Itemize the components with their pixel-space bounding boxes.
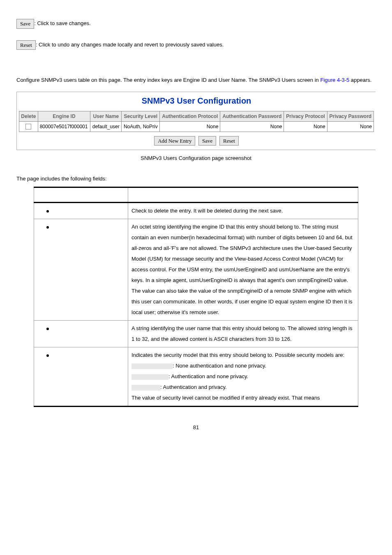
option-label-auth-priv — [131, 385, 160, 391]
field-row-engine-id: An octet string identifying the engine I… — [34, 219, 358, 321]
cell-engine-id: 800007e5017f000001 — [38, 121, 90, 132]
field-row-delete: Check to delete the entry. It will be de… — [34, 203, 358, 219]
reset-button-2[interactable]: Reset — [219, 136, 239, 146]
fields-intro: The page includes the following fields: — [16, 175, 376, 183]
col-auth-protocol: Authentication Protocol — [160, 111, 220, 121]
field-row-user-name: A string identifying the user name that … — [34, 321, 358, 347]
security-level-description: Indicates the security model that this e… — [128, 347, 358, 407]
bullet-icon — [46, 328, 49, 330]
add-new-entry-button[interactable]: Add New Entry — [154, 136, 195, 146]
seclevel-opt3: : Authentication and privacy. — [160, 384, 227, 390]
delete-description: Check to delete the entry. It will be de… — [128, 203, 358, 219]
intro-text-2: appears. — [349, 77, 371, 83]
col-delete: Delete — [19, 111, 38, 121]
snmpv3-users-table: Delete Engine ID User Name Security Leve… — [19, 111, 374, 132]
intro-paragraph: Configure SNMPv3 users table on this pag… — [16, 74, 376, 86]
intro-text-1: Configure SNMPv3 users table on this pag… — [16, 77, 320, 83]
table-row: 800007e5017f000001 default_user NoAuth, … — [19, 121, 374, 132]
engine-id-description: An octet string identifying the engine I… — [128, 219, 358, 321]
save-desc-text: : Click to save changes. — [34, 20, 90, 26]
reset-desc-text: : Click to undo any changes made locally… — [36, 42, 224, 48]
figure-link[interactable]: Figure 4-3-5 — [320, 77, 349, 83]
cell-auth-protocol: None — [160, 121, 220, 132]
action-button-row: Add New Entry Save Reset — [17, 132, 376, 150]
fields-header-desc — [128, 187, 358, 203]
fields-header-object — [34, 187, 128, 203]
cell-security-level: NoAuth, NoPriv — [122, 121, 160, 132]
save-button[interactable]: Save — [16, 19, 34, 29]
col-priv-protocol: Privacy Protocol — [284, 111, 327, 121]
delete-checkbox[interactable] — [25, 124, 31, 130]
reset-button-description: Reset: Click to undo any changes made lo… — [16, 40, 376, 50]
option-label-auth-nopriv — [131, 374, 168, 380]
page-number: 81 — [16, 423, 376, 432]
bullet-icon — [46, 226, 49, 229]
option-label-noauth-nopriv — [131, 363, 173, 369]
cell-priv-protocol: None — [284, 121, 327, 132]
col-auth-password: Authentication Password — [220, 111, 284, 121]
save-button-2[interactable]: Save — [198, 136, 216, 146]
fields-description-table: Check to delete the entry. It will be de… — [34, 187, 358, 407]
cell-priv-password: None — [327, 121, 374, 132]
col-user-name: User Name — [90, 111, 122, 121]
bullet-icon — [46, 210, 49, 213]
col-engine-id: Engine ID — [38, 111, 90, 121]
seclevel-opt1: : None authentication and none privacy. — [173, 363, 266, 369]
cell-user-name: default_user — [90, 121, 122, 132]
seclevel-note: The value of security level cannot be mo… — [131, 395, 320, 401]
col-security-level: Security Level — [122, 111, 160, 121]
user-name-description: A string identifying the user name that … — [128, 321, 358, 347]
snmpv3-config-panel: SNMPv3 User Configuration Delete Engine … — [16, 92, 376, 150]
bullet-icon — [46, 354, 49, 357]
save-button-description: Save: Click to save changes. — [16, 19, 376, 29]
col-priv-password: Privacy Password — [327, 111, 374, 121]
screenshot-caption: SNMPv3 Users Configuration page screensh… — [16, 154, 376, 162]
cell-auth-password: None — [220, 121, 284, 132]
seclevel-opt2: : Authentication and none privacy. — [168, 373, 248, 379]
reset-button[interactable]: Reset — [16, 40, 36, 50]
seclevel-intro: Indicates the security model that this e… — [131, 352, 344, 358]
config-title: SNMPv3 User Configuration — [17, 92, 376, 111]
field-row-security-level: Indicates the security model that this e… — [34, 347, 358, 407]
